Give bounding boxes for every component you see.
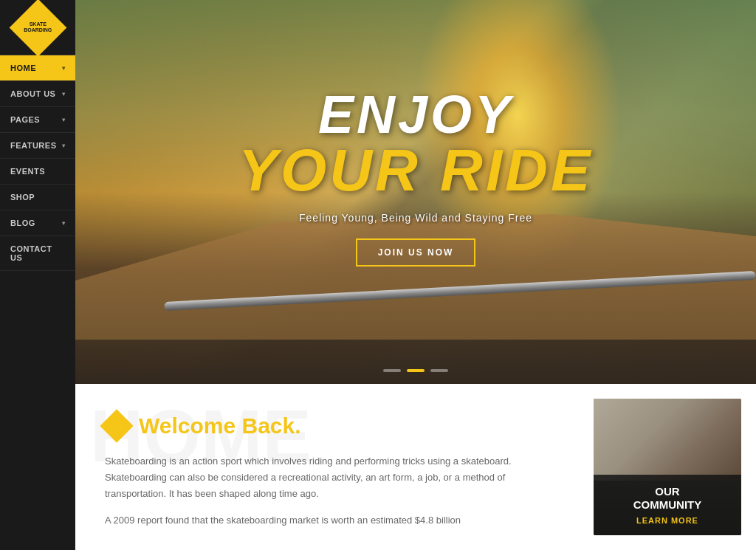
slider-dot-3[interactable] xyxy=(430,369,448,372)
chevron-down-icon: ▾ xyxy=(62,91,66,97)
sidebar-item-shop[interactable]: SHOP xyxy=(0,185,75,210)
sidebar-item-home[interactable]: HOME ▾ xyxy=(0,55,75,81)
sidebar-item-contact[interactable]: CONTACT US xyxy=(0,236,75,271)
nav-menu: HOME ▾ ABOUT US ▾ PAGES ▾ FEATURES ▾ EVE… xyxy=(0,55,75,550)
community-overlay: OURCOMMUNITY LEARN MORE xyxy=(594,475,741,535)
join-now-button[interactable]: JOIN US NOW xyxy=(356,238,476,267)
community-background: OURCOMMUNITY LEARN MORE xyxy=(594,399,741,535)
hero-section: ENJOY YOUR RIDE Feeling Young, Being Wil… xyxy=(75,0,756,384)
hero-title-line1: ENJOY xyxy=(318,88,513,141)
hero-content: ENJOY YOUR RIDE Feeling Young, Being Wil… xyxy=(75,0,756,384)
sidebar: SKATE BOARDING HOME ▾ ABOUT US ▾ PAGES ▾… xyxy=(0,0,75,550)
welcome-header: Welcome Back. xyxy=(105,413,564,439)
community-title: OURCOMMUNITY xyxy=(604,485,731,512)
slider-dot-2[interactable] xyxy=(407,369,425,372)
chevron-down-icon: ▾ xyxy=(62,65,66,72)
chevron-down-icon: ▾ xyxy=(62,142,66,149)
chevron-down-icon: ▾ xyxy=(62,220,66,227)
main-content: ENJOY YOUR RIDE Feeling Young, Being Wil… xyxy=(75,0,756,550)
welcome-title: Welcome Back. xyxy=(139,413,301,439)
sidebar-item-pages[interactable]: PAGES ▾ xyxy=(0,107,75,133)
welcome-paragraph-2: A 2009 report found that the skateboardi… xyxy=(105,512,564,529)
logo-diamond: SKATE BOARDING xyxy=(9,0,66,56)
hero-subtitle: Feeling Young, Being Wild and Staying Fr… xyxy=(299,212,532,224)
community-learn-more-link[interactable]: LEARN MORE xyxy=(604,516,731,525)
slider-dot-1[interactable] xyxy=(383,369,401,372)
community-people-image xyxy=(594,399,741,481)
welcome-paragraph-1: Skateboarding is an action sport which i… xyxy=(105,453,564,502)
sidebar-item-events[interactable]: EVENTS xyxy=(0,159,75,185)
hero-title-line2: YOUR RIDE xyxy=(238,141,594,200)
community-card: OURCOMMUNITY LEARN MORE xyxy=(594,399,741,535)
logo-text: SKATE BOARDING xyxy=(24,21,52,34)
content-section: HOME Welcome Back. Skateboarding is an a… xyxy=(75,384,756,550)
slider-dots xyxy=(383,369,448,372)
logo-area[interactable]: SKATE BOARDING xyxy=(0,0,75,55)
diamond-icon xyxy=(100,409,133,442)
sidebar-item-blog[interactable]: BLOG ▾ xyxy=(0,210,75,236)
welcome-area: HOME Welcome Back. Skateboarding is an a… xyxy=(75,384,594,550)
sidebar-item-about[interactable]: ABOUT US ▾ xyxy=(0,81,75,107)
chevron-down-icon: ▾ xyxy=(62,117,66,123)
sidebar-item-features[interactable]: FEATURES ▾ xyxy=(0,133,75,159)
